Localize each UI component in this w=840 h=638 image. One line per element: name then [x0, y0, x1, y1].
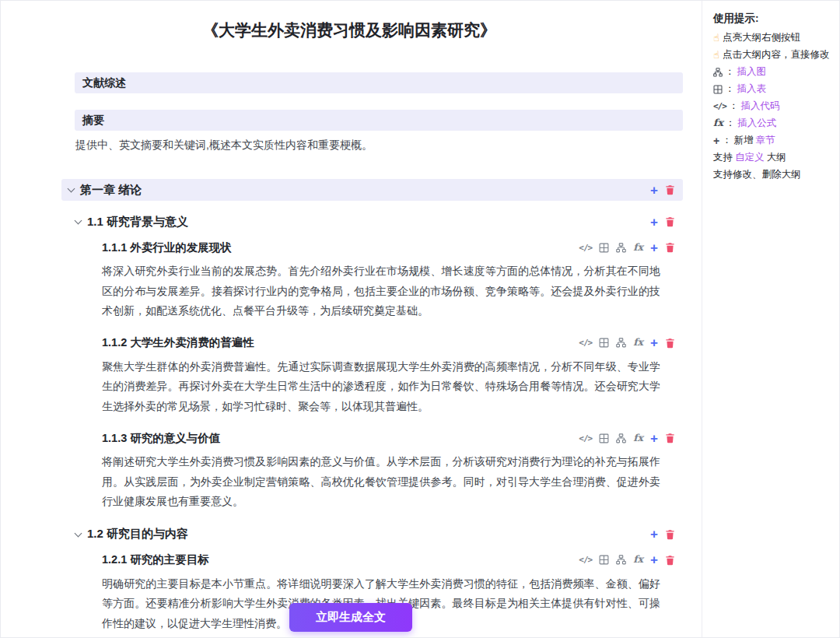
chapter-toolbar: + [650, 184, 675, 197]
insert-image-icon[interactable] [616, 555, 626, 565]
add-chapter-icon[interactable]: + [650, 184, 658, 197]
section-row-1-2[interactable]: 1.2 研究目的与内容 + [61, 524, 683, 545]
delete-section-icon[interactable] [665, 242, 675, 253]
tip-text: 点击大纲内容，直接修改 [723, 48, 830, 61]
insert-image-icon [713, 68, 723, 77]
delete-section-icon[interactable] [665, 216, 675, 227]
insert-formula-icon[interactable]: fx [633, 555, 643, 565]
insert-table-icon[interactable] [599, 338, 609, 348]
chapter-row[interactable]: 第一章 绪论 + [61, 179, 683, 201]
generate-full-text-button[interactable]: 立即生成全文 [289, 603, 412, 632]
separator: ： [725, 82, 735, 96]
insert-image-icon[interactable] [616, 338, 626, 348]
separator: ： [729, 100, 739, 113]
insert-formula-icon[interactable]: fx [633, 243, 643, 253]
insert-code-icon[interactable]: </> [579, 434, 592, 443]
chevron-down-icon[interactable] [75, 529, 82, 537]
section-bar-literature[interactable]: 文献综述 [75, 72, 683, 93]
tips-panel: 使用提示: ☝ 点亮大纲右侧按钮 ☝ 点击大纲内容，直接修改 ： 插入图 ： 插… [702, 1, 839, 637]
subsection-toolbar: </> fx + [579, 432, 675, 445]
add-section-icon[interactable]: + [650, 553, 658, 566]
tips-heading: 使用提示: [713, 12, 831, 26]
separator: ： [726, 117, 736, 130]
insert-code-icon[interactable]: </> [579, 244, 592, 252]
insert-formula-icon: fx [713, 118, 723, 128]
outline-editor: 《大学生外卖消费习惯及影响因素研究》 文献综述 摘要 提供中、英文摘要和关键词,… [1, 1, 702, 637]
tip-item: ☝ 点亮大纲右侧按钮 [713, 31, 831, 44]
tip-link: 插入代码 [740, 100, 779, 113]
insert-formula-icon[interactable]: fx [633, 433, 643, 443]
insert-table-icon[interactable] [599, 243, 609, 253]
document-title[interactable]: 《大学生外卖消费习惯及影响因素研究》 [15, 19, 684, 41]
section-toolbar: + [650, 528, 675, 541]
add-chapter-icon: + [713, 135, 719, 146]
hand-pointing-up-icon: ☝ [713, 49, 719, 61]
chapter-title[interactable]: 第一章 绪论 [80, 183, 142, 198]
insert-code-icon: </> [713, 102, 726, 110]
section-row-1-1[interactable]: 1.1 研究背景与意义 + [61, 212, 683, 232]
section-toolbar: + [650, 216, 675, 229]
separator: ： [725, 65, 735, 79]
insert-table-icon[interactable] [599, 555, 609, 565]
subsection-title[interactable]: 1.1.2 大学生外卖消费的普遍性 [102, 335, 254, 350]
insert-image-icon[interactable] [616, 433, 626, 443]
chevron-down-icon[interactable] [75, 217, 82, 225]
section-title: 文献综述 [82, 76, 126, 90]
tip-text: 大纲 [767, 151, 786, 164]
insert-formula-icon[interactable]: fx [633, 338, 643, 348]
tip-text: 点亮大纲右侧按钮 [723, 31, 800, 44]
tip-link: 插入表 [737, 82, 767, 96]
tip-link: 插入公式 [737, 117, 776, 130]
tip-link: 自定义 [735, 151, 765, 164]
delete-section-icon[interactable] [665, 338, 675, 349]
delete-section-icon[interactable] [665, 529, 675, 540]
section-bar-abstract[interactable]: 摘要 [75, 110, 683, 131]
hand-pointing-up-icon: ☝ [713, 32, 719, 44]
chevron-down-icon[interactable] [68, 185, 75, 193]
outline-subsection: 1.1.1 外卖行业的发展现状 </> fx + 将深入研究外卖行业 [102, 238, 683, 321]
tip-text: 新增 [734, 134, 754, 147]
subsection-header: 1.1.1 外卖行业的发展现状 </> fx + [102, 238, 683, 257]
subsection-toolbar: </> fx + [579, 553, 675, 566]
abstract-description[interactable]: 提供中、英文摘要和关键词,概述本文实质性内容和重要梗概。 [75, 138, 683, 152]
outline-subsection: 1.1.3 研究的意义与价值 </> fx + 将阐述研究大学生外卖 [102, 429, 683, 512]
add-section-icon[interactable]: + [650, 241, 658, 254]
tip-item: ☝ 点击大纲内容，直接修改 [713, 48, 831, 61]
insert-image-icon[interactable] [616, 243, 626, 253]
subsection-title[interactable]: 1.2.1 研究的主要目标 [102, 552, 209, 567]
tip-item: ： 插入图 [713, 65, 831, 79]
subsection-header: 1.1.3 研究的意义与价值 </> fx + [102, 429, 683, 447]
tip-item: + ： 新增 章节 [713, 134, 831, 147]
delete-chapter-icon[interactable] [665, 184, 675, 195]
subsection-body[interactable]: 聚焦大学生群体的外卖消费普遍性。先通过实际调查数据展现大学生外卖消费的高频率情况… [102, 357, 660, 417]
add-section-icon[interactable]: + [650, 216, 658, 229]
tip-item: 支持 自定义 大纲 [713, 151, 831, 164]
subsection-toolbar: </> fx + [579, 241, 675, 254]
tip-link: 章节 [756, 134, 775, 147]
tip-text: 支持 [713, 151, 733, 164]
section-title[interactable]: 1.2 研究目的与内容 [87, 527, 188, 542]
delete-section-icon[interactable] [665, 433, 675, 443]
add-section-icon[interactable]: + [650, 528, 658, 541]
tip-item: 支持修改、删除大纲 [713, 168, 831, 181]
subsection-title[interactable]: 1.1.1 外卖行业的发展现状 [102, 240, 232, 255]
tip-item: fx ： 插入公式 [713, 117, 831, 130]
tip-text: 支持修改、删除大纲 [713, 168, 801, 181]
tip-link: 插入图 [737, 65, 767, 79]
insert-code-icon[interactable]: </> [579, 556, 592, 564]
outline-subsection: 1.1.2 大学生外卖消费的普遍性 </> fx + 聚焦大学生群体 [102, 334, 683, 417]
section-title[interactable]: 1.1 研究背景与意义 [87, 215, 188, 230]
insert-table-icon[interactable] [599, 433, 609, 443]
subsection-body[interactable]: 将深入研究外卖行业当前的发展态势。首先介绍外卖行业在市场规模、增长速度等方面的总… [102, 261, 660, 321]
subsection-title[interactable]: 1.1.3 研究的意义与价值 [102, 431, 220, 446]
insert-table-icon [713, 85, 723, 94]
subsection-body[interactable]: 将阐述研究大学生外卖消费习惯及影响因素的意义与价值。从学术层面，分析该研究对消费… [102, 452, 660, 512]
section-title: 摘要 [82, 114, 104, 128]
subsection-toolbar: </> fx + [579, 336, 675, 349]
add-section-icon[interactable]: + [650, 336, 658, 349]
insert-code-icon[interactable]: </> [579, 338, 592, 347]
tip-item: </> ： 插入代码 [713, 100, 831, 113]
delete-section-icon[interactable] [665, 555, 675, 566]
add-section-icon[interactable]: + [650, 432, 658, 445]
tip-item: ： 插入表 [713, 82, 831, 96]
